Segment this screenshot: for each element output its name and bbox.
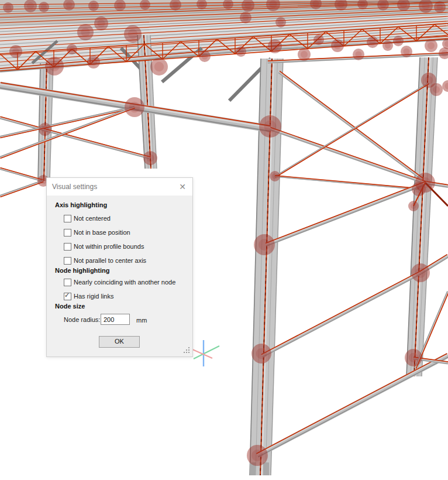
- orientation-gizmo: [191, 340, 219, 366]
- checkbox-label: Has rigid links: [74, 293, 113, 300]
- node-radius-label: Node radius:: [64, 316, 100, 323]
- checkbox-not-parallel-to-center-axis[interactable]: [64, 257, 71, 265]
- dialog-title: Visual settings: [52, 183, 97, 191]
- checkbox-label: Not parallel to center axis: [74, 257, 146, 264]
- resize-grip[interactable]: [188, 352, 189, 353]
- checkbox-has-rigid-links[interactable]: ✓: [64, 293, 71, 300]
- checkmark-icon: ✓: [64, 292, 70, 299]
- roof-structure: [0, 0, 448, 71]
- ok-button[interactable]: OK: [99, 336, 140, 348]
- row-not-within-profile-bounds: Not within profile bounds: [64, 242, 144, 251]
- checkbox-not-centered[interactable]: [64, 215, 71, 222]
- dialog-titlebar[interactable]: Visual settings ✕: [47, 178, 192, 196]
- checkbox-not-within-profile-bounds[interactable]: [64, 243, 71, 251]
- section-node-highlighting: Node highlighting: [55, 267, 109, 274]
- section-axis-highlighting: Axis highlighting: [55, 201, 107, 208]
- node-radius-unit: mm: [136, 317, 147, 324]
- checkbox-label: Not centered: [74, 215, 111, 222]
- row-nearly-coinciding: Nearly coinciding with another node: [64, 278, 175, 286]
- checkbox-label: Not in base position: [74, 229, 130, 236]
- section-node-size: Node size: [55, 303, 85, 310]
- visual-settings-dialog: Visual settings ✕ Axis highlighting Not …: [46, 177, 193, 357]
- node-radius-input[interactable]: [101, 314, 130, 325]
- row-not-parallel-to-center-axis: Not parallel to center axis: [64, 256, 146, 265]
- row-not-in-base-position: Not in base position: [64, 228, 130, 236]
- checkbox-nearly-coinciding[interactable]: [64, 279, 71, 286]
- row-has-rigid-links: ✓ Has rigid links: [64, 292, 113, 300]
- row-not-centered: Not centered: [64, 214, 111, 222]
- checkbox-label: Nearly coinciding with another node: [74, 279, 175, 286]
- checkbox-not-in-base-position[interactable]: [64, 229, 71, 236]
- close-icon[interactable]: ✕: [175, 180, 190, 193]
- checkbox-label: Not within profile bounds: [74, 243, 144, 250]
- app-viewport-region: Visual settings ✕ Axis highlighting Not …: [0, 0, 448, 480]
